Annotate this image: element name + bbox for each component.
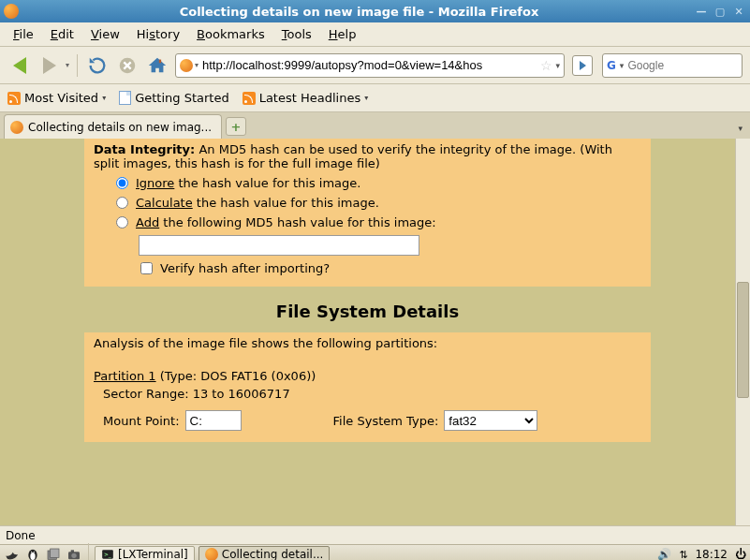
go-arrow-icon (580, 61, 586, 70)
home-button[interactable] (145, 53, 169, 78)
bookmark-label: Getting Started (135, 91, 229, 105)
svg-point-3 (30, 553, 35, 560)
menu-edit[interactable]: Edit (43, 24, 81, 44)
scrollbar-track[interactable] (736, 139, 750, 525)
separator (88, 543, 89, 560)
search-engine-dropdown[interactable]: ▾ (620, 61, 625, 70)
chevron-down-icon: ▾ (364, 94, 368, 102)
url-bar[interactable]: ▾ ☆ ▾ (175, 53, 565, 78)
md5-input[interactable] (139, 235, 419, 256)
system-tray: 🔊 ⇅ 18:12 ⏻ (657, 548, 746, 560)
taskbar-penguin[interactable] (24, 546, 41, 560)
verify-checkbox[interactable] (140, 262, 153, 274)
radio-add-label: Add the following MD5 hash value for thi… (136, 215, 436, 229)
minimize-button[interactable]: — (694, 5, 709, 18)
svg-point-5 (34, 552, 35, 553)
power-icon[interactable]: ⏻ (735, 548, 746, 560)
reload-button[interactable] (85, 53, 110, 78)
bookmark-latest-headlines[interactable]: Latest Headlines ▾ (243, 91, 369, 105)
go-button[interactable] (572, 55, 593, 76)
tabs-dropdown[interactable]: ▾ (738, 124, 743, 133)
close-button[interactable]: ✕ (731, 5, 746, 18)
window-titlebar: Collecting details on new image file - M… (0, 0, 750, 22)
search-bar[interactable]: G ▾ 🔍 (602, 53, 743, 78)
bookmarks-toolbar: Most Visited ▾ Getting Started Latest He… (0, 84, 750, 112)
taskbar-item-terminal[interactable]: >_ [LXTerminal] (95, 546, 195, 560)
menu-tools[interactable]: Tools (274, 24, 319, 44)
separator (77, 54, 78, 77)
volume-icon[interactable]: 🔊 (657, 548, 671, 560)
fs-details-section: Analysis of the image file shows the fol… (84, 332, 651, 442)
partition-1-heading: Partition 1 (Type: DOS FAT16 (0x06)) (94, 369, 641, 383)
arrow-right-icon (43, 57, 56, 74)
radio-ignore-label: Ignore the hash value for this image. (136, 176, 360, 190)
fs-type-select[interactable]: fat32 (444, 410, 537, 431)
menu-view[interactable]: View (83, 24, 127, 44)
tab-active[interactable]: Collecting details on new imag... (4, 114, 222, 139)
back-button[interactable] (7, 53, 32, 78)
vertical-scrollbar[interactable] (735, 139, 750, 525)
radio-calculate[interactable] (116, 197, 128, 209)
status-text: Done (6, 529, 36, 542)
svg-rect-10 (71, 550, 74, 553)
files-icon (46, 547, 61, 560)
start-menu-button[interactable] (4, 546, 21, 560)
url-input[interactable] (202, 58, 537, 72)
analysis-text: Analysis of the image file shows the fol… (94, 336, 641, 350)
taskbar-item-firefox[interactable]: Collecting detail... (199, 546, 331, 560)
svg-text:>_: >_ (104, 552, 111, 558)
window-title: Collecting details on new image file - M… (24, 5, 694, 19)
network-icon[interactable]: ⇅ (679, 549, 687, 561)
mount-point-input[interactable] (185, 410, 242, 431)
tab-label: Collecting details on new imag... (28, 121, 212, 134)
tab-bar: Collecting details on new imag... + ▾ (0, 112, 750, 139)
mount-point-label: Mount Point: (103, 414, 180, 428)
firefox-icon (10, 121, 23, 134)
maximize-button[interactable]: ▢ (713, 5, 728, 18)
url-history-dropdown[interactable]: ▾ (555, 61, 560, 70)
clock[interactable]: 18:12 (695, 548, 728, 560)
menu-bookmarks[interactable]: Bookmarks (189, 24, 272, 44)
radio-calculate-label: Calculate the hash value for this image. (136, 196, 379, 210)
task-label: [LXTerminal] (118, 548, 188, 560)
forward-button[interactable] (37, 53, 62, 78)
reload-icon (87, 55, 108, 76)
data-integrity-label: Data Integrity: (94, 142, 195, 156)
status-bar: Done (0, 525, 750, 544)
bird-icon (4, 546, 21, 560)
nav-history-dropdown[interactable]: ▾ (66, 61, 69, 69)
radio-ignore[interactable] (116, 177, 128, 189)
camera-icon (66, 547, 81, 560)
home-icon (147, 55, 168, 76)
search-input[interactable] (627, 59, 750, 72)
taskbar-files[interactable] (45, 546, 62, 560)
document-icon (119, 91, 131, 105)
scrollbar-thumb[interactable] (737, 282, 749, 398)
svg-point-9 (71, 553, 76, 558)
google-icon: G (607, 59, 616, 72)
penguin-icon (25, 547, 40, 560)
data-integrity-section: Data Integrity: An MD5 hash can be used … (84, 139, 651, 287)
rss-icon (243, 92, 256, 105)
bookmark-label: Latest Headlines (259, 91, 361, 105)
svg-rect-7 (51, 549, 59, 557)
stop-button[interactable] (115, 53, 140, 78)
bookmark-star-icon[interactable]: ☆ (540, 58, 552, 73)
site-identity-dropdown[interactable]: ▾ (195, 61, 199, 69)
menubar: File Edit View History Bookmarks Tools H… (0, 22, 750, 47)
new-tab-button[interactable]: + (226, 117, 246, 136)
menu-help[interactable]: Help (321, 24, 364, 44)
menu-file[interactable]: File (6, 24, 41, 44)
firefox-icon (205, 548, 218, 560)
sector-range: Sector Range: 13 to 16006717 (103, 387, 641, 401)
bookmark-most-visited[interactable]: Most Visited ▾ (7, 91, 106, 105)
menu-history[interactable]: History (129, 24, 187, 44)
svg-point-4 (31, 552, 32, 553)
bookmark-getting-started[interactable]: Getting Started (119, 91, 229, 105)
terminal-icon: >_ (101, 548, 114, 560)
radio-add[interactable] (116, 216, 128, 228)
taskbar-camera[interactable] (66, 546, 82, 560)
rss-icon (7, 92, 21, 105)
firefox-icon (4, 4, 19, 19)
site-identity-icon[interactable] (180, 59, 193, 72)
